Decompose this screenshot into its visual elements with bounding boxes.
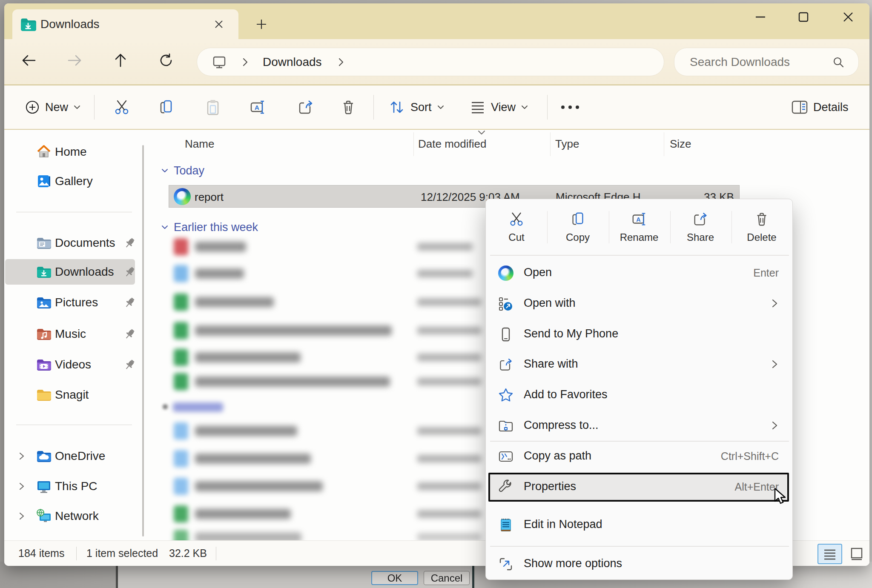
excel-file-icon[interactable] [174, 349, 188, 366]
word-file-icon[interactable] [174, 422, 188, 440]
divider[interactable] [550, 132, 551, 156]
sidebar-scrollbar[interactable] [142, 145, 144, 537]
divider[interactable] [413, 132, 414, 156]
breadcrumb[interactable]: Downloads [263, 55, 322, 69]
thumbnail-view-toggle[interactable] [846, 544, 868, 564]
menu-item-open-with[interactable]: Open with [486, 289, 793, 319]
menu-item-share-with[interactable]: Share with [486, 350, 793, 380]
sidebar-item-onedrive[interactable]: OneDrive [5, 443, 135, 469]
view-button[interactable]: View [465, 91, 533, 123]
sidebar-item-network[interactable]: Network [5, 503, 135, 529]
rename-icon: A [631, 211, 647, 227]
sidebar-item-documents[interactable]: Documents [5, 230, 135, 256]
back-icon[interactable] [15, 47, 43, 74]
column-date-modified[interactable]: Date modified [418, 137, 486, 151]
onedrive-folder-icon [36, 448, 52, 464]
new-button[interactable]: New [20, 91, 85, 123]
maximize-button[interactable] [790, 6, 817, 28]
menu-item-show-more-options[interactable]: Show more options [486, 549, 793, 579]
details-view-toggle[interactable] [818, 544, 842, 564]
column-type[interactable]: Type [555, 137, 579, 151]
chevron-right-icon [17, 482, 26, 491]
column-size[interactable]: Size [670, 137, 691, 151]
group-collapse-icon[interactable] [161, 167, 169, 174]
cut-icon [508, 211, 525, 227]
copy-button[interactable] [153, 91, 179, 123]
sidebar-item-downloads[interactable]: Downloads [5, 259, 135, 285]
details-pane-icon [791, 100, 808, 114]
word-file-icon[interactable] [174, 265, 188, 282]
divider [94, 95, 95, 120]
copy-button[interactable]: Copy [547, 199, 608, 255]
downloads-folder-icon [36, 264, 52, 280]
cut-button[interactable]: Cut [486, 199, 547, 255]
delete-button[interactable]: Delete [731, 199, 792, 255]
sidebar-item-gallery[interactable]: Gallery [5, 168, 135, 194]
word-file-icon[interactable] [174, 478, 188, 495]
close-button[interactable] [835, 6, 862, 28]
divider [216, 547, 216, 560]
address-bar[interactable]: Downloads [197, 48, 664, 76]
share-button[interactable] [293, 91, 318, 123]
delete-button[interactable] [336, 91, 361, 123]
sidebar-item-this-pc[interactable]: This PC [5, 474, 135, 499]
breadcrumb-chevron-icon[interactable] [337, 57, 345, 67]
menu-item-copy-as-path[interactable]: Copy as path Ctrl+Shift+C [486, 442, 793, 472]
rename-button[interactable]: A [245, 91, 270, 123]
ok-button[interactable]: OK [371, 571, 418, 585]
more-options-button[interactable] [556, 91, 584, 123]
menu-item-edit-in-notepad[interactable]: Edit in Notepad [486, 510, 793, 540]
cancel-button[interactable]: Cancel [424, 571, 470, 585]
forward-icon[interactable] [61, 47, 88, 74]
details-pane-button[interactable]: Details [787, 91, 853, 123]
minimize-button[interactable] [747, 6, 774, 28]
chevron-down-icon [73, 103, 81, 111]
group-header-earlier-this-week[interactable]: Earlier this week [174, 221, 258, 234]
share-button[interactable]: Share [670, 199, 731, 255]
pdf-file-icon[interactable] [174, 238, 188, 255]
items-count: 184 items [18, 547, 64, 559]
this-pc-icon [212, 54, 227, 70]
tab-downloads[interactable]: Downloads [12, 9, 238, 39]
word-file-icon[interactable] [174, 450, 188, 467]
new-tab-button[interactable] [250, 13, 273, 36]
menu-item-compress-to[interactable]: Compress to... [486, 411, 793, 441]
rename-button[interactable]: A Rename [608, 199, 670, 255]
chevron-right-icon [769, 298, 780, 308]
menu-item-open[interactable]: Open Enter [486, 258, 793, 288]
trash-icon [340, 99, 357, 116]
sidebar-item-home[interactable]: Home [5, 139, 135, 165]
sidebar-item-snagit[interactable]: Snagit [5, 382, 135, 408]
divider [76, 547, 77, 560]
compress-icon [498, 418, 513, 434]
excel-file-icon[interactable] [174, 505, 188, 522]
tab-close-icon[interactable] [211, 17, 227, 32]
search-icon[interactable] [832, 56, 845, 69]
group-header-blurred[interactable] [173, 402, 223, 412]
excel-file-icon[interactable] [174, 294, 188, 311]
up-icon[interactable] [107, 47, 134, 74]
excel-file-icon[interactable] [174, 373, 188, 390]
sort-button[interactable]: Sort [384, 91, 449, 123]
column-name[interactable]: Name [185, 137, 214, 151]
excel-file-icon[interactable] [174, 322, 188, 339]
divider [16, 425, 132, 425]
chevron-right-icon [17, 451, 26, 461]
network-icon [36, 508, 52, 524]
divider[interactable] [664, 132, 664, 156]
excel-file-icon[interactable] [174, 530, 188, 540]
tab-bar: Downloads [4, 3, 869, 39]
search-input[interactable]: Search Downloads [674, 48, 859, 76]
gallery-icon [36, 174, 52, 189]
menu-item-send-to-my-phone[interactable]: Send to My Phone [486, 320, 793, 350]
menu-item-properties[interactable]: Properties Alt+Enter [486, 472, 793, 502]
sidebar-item-pictures[interactable]: Pictures [5, 290, 135, 315]
sidebar-item-music[interactable]: Music [5, 321, 135, 347]
group-header-today[interactable]: Today [174, 164, 204, 177]
sidebar-item-videos[interactable]: Videos [5, 352, 135, 377]
paste-button[interactable] [200, 91, 226, 123]
cut-button[interactable] [109, 91, 135, 123]
menu-item-add-to-favorites[interactable]: Add to Favorites [486, 380, 793, 411]
group-collapse-icon[interactable] [161, 223, 169, 231]
refresh-icon[interactable] [152, 47, 180, 74]
